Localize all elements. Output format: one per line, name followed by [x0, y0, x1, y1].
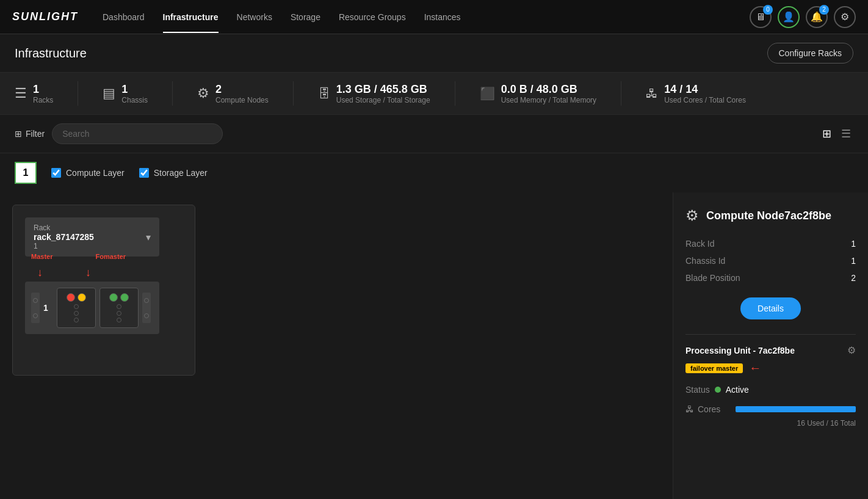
blade-section: Master Fomaster ↓ ↓ 1	[25, 266, 183, 334]
chassis-label: Chassis	[121, 96, 148, 104]
nav-actions: 🖥 0 👤 🔔 2 ⚙	[750, 6, 856, 28]
monitor-button[interactable]: 🖥 0	[750, 6, 772, 28]
compute-layer-checkbox-label[interactable]: Compute Layer	[51, 168, 125, 178]
compute-nodes-label: Compute Nodes	[215, 96, 269, 104]
storage-layer-label: Storage Layer	[154, 168, 208, 178]
cores-value: 14 / 14	[664, 83, 746, 96]
stat-divider-2	[172, 81, 173, 106]
failover-arrow-icon: ←	[749, 361, 761, 375]
rack-id-label: Rack Id	[685, 239, 769, 249]
rack-chevron-icon[interactable]: ▾	[146, 231, 151, 243]
processing-unit-title: Processing Unit - 7ac2f8be	[685, 346, 795, 355]
dot-3	[74, 318, 79, 322]
blade-dots-1	[74, 304, 79, 322]
rack-id-value: 1	[773, 239, 856, 249]
nav-instances[interactable]: Instances	[424, 1, 461, 33]
chassis-id-value: 1	[773, 256, 856, 266]
rack-number-badge: 1	[15, 162, 37, 184]
dot-row-6	[117, 318, 121, 322]
blade-labels: Master Fomaster	[31, 253, 126, 260]
indicator-red-1	[67, 293, 75, 302]
gear-icon: ⚙	[841, 11, 849, 23]
stat-racks: ☰ 1 Racks	[15, 83, 53, 104]
storage-icon: 🗄	[318, 87, 330, 101]
notifications-badge: 2	[819, 5, 829, 15]
status-value: Active	[726, 385, 749, 395]
indicator-green-1	[109, 293, 118, 302]
rack-id: rack_87147285	[34, 232, 94, 242]
layer-filter: 1 Compute Layer Storage Layer	[0, 153, 868, 192]
dot-5	[117, 311, 121, 316]
cores-row: 🖧 Cores	[685, 404, 856, 414]
compute-nodes-icon: ⚙	[197, 86, 209, 101]
configure-racks-button[interactable]: Configure Racks	[767, 43, 854, 64]
chassis-id-label: Chassis Id	[685, 256, 769, 266]
header-bar: Infrastructure Configure Racks	[0, 34, 868, 73]
divider-1	[685, 334, 856, 335]
edge-dot-3	[144, 298, 149, 303]
details-button[interactable]: Details	[740, 297, 801, 319]
rack-num: 1	[34, 242, 94, 250]
filter-icon: ⊞	[15, 129, 22, 139]
dot-row-1	[74, 304, 79, 309]
node-props: Rack Id 1 Chassis Id 1 Blade Position 2	[685, 239, 856, 283]
nav-storage[interactable]: Storage	[291, 1, 320, 33]
notifications-button[interactable]: 🔔 2	[806, 6, 828, 28]
rack-label: Rack	[34, 224, 94, 232]
stat-divider-5	[621, 81, 621, 106]
navbar: SUNLIGHT Dashboard Infrastructure Networ…	[0, 0, 868, 34]
status-row: Status Active	[685, 385, 856, 395]
racks-label: Racks	[33, 96, 53, 104]
indicator-green-2	[120, 293, 129, 302]
fomaster-label: Fomaster	[95, 253, 126, 260]
compute-nodes-value: 2	[215, 83, 269, 96]
brand-logo: SUNLIGHT	[12, 10, 78, 23]
compute-layer-label: Compute Layer	[66, 168, 125, 178]
blade-indicators-2	[109, 293, 129, 302]
list-view-button[interactable]: ☰	[839, 125, 853, 143]
blade-unit-fomaster[interactable]	[99, 288, 139, 328]
master-label: Master	[31, 253, 52, 260]
blade-unit-master[interactable]	[57, 288, 96, 328]
node-header: ⚙ Compute Node7ac2f8be	[685, 207, 856, 224]
view-toggles: ⊞ ☰	[820, 125, 853, 143]
nav-networks[interactable]: Networks	[237, 1, 272, 33]
chassis-value: 1	[121, 83, 148, 96]
status-label: Status	[685, 385, 710, 395]
grid-view-button[interactable]: ⊞	[820, 125, 834, 143]
memory-icon: ⬛	[480, 86, 495, 101]
settings-button[interactable]: ⚙	[834, 6, 856, 28]
stats-bar: ☰ 1 Racks ▤ 1 Chassis ⚙ 2 Compute Nodes …	[0, 73, 868, 115]
rack-container: Rack rack_87147285 1 ▾ Master Fomaster ↓…	[12, 205, 195, 376]
cores-label: Cores	[698, 404, 720, 414]
dot-1	[74, 304, 79, 309]
filter-button[interactable]: ⊞ Filter	[15, 129, 45, 139]
cores-label: Used Cores / Total Cores	[664, 96, 746, 104]
user-button[interactable]: 👤	[778, 6, 800, 28]
page-title: Infrastructure	[15, 46, 87, 60]
dot-row-5	[117, 311, 121, 316]
racks-icon: ☰	[15, 86, 27, 101]
processing-unit-gear-icon[interactable]: ⚙	[847, 344, 856, 356]
right-panel: ⚙ Compute Node7ac2f8be Rack Id 1 Chassis…	[673, 192, 868, 499]
stat-divider-3	[293, 81, 294, 106]
nav-links: Dashboard Infrastructure Networks Storag…	[103, 1, 750, 33]
filter-bar: ⊞ Filter ⊞ ☰	[0, 115, 868, 153]
cores-detail: 16 Used / 16 Total	[685, 419, 856, 428]
search-input[interactable]	[52, 123, 223, 144]
racks-value: 1	[33, 83, 53, 96]
stat-memory: ⬛ 0.0 B / 48.0 GB Used Memory / Total Me…	[480, 83, 597, 104]
memory-label: Used Memory / Total Memory	[501, 96, 597, 104]
stat-compute-nodes: ⚙ 2 Compute Nodes	[197, 83, 269, 104]
main-content: Rack rack_87147285 1 ▾ Master Fomaster ↓…	[0, 192, 868, 499]
compute-layer-checkbox[interactable]	[51, 168, 61, 178]
stat-divider-4	[455, 81, 455, 106]
monitor-badge: 0	[763, 5, 773, 15]
nav-infrastructure[interactable]: Infrastructure	[163, 1, 219, 33]
storage-layer-checkbox-label[interactable]: Storage Layer	[139, 168, 208, 178]
storage-layer-checkbox[interactable]	[139, 168, 149, 178]
blade-indicators-1	[67, 293, 86, 302]
cores-icon: 🖧	[646, 87, 658, 101]
nav-resource-groups[interactable]: Resource Groups	[339, 1, 406, 33]
nav-dashboard[interactable]: Dashboard	[103, 1, 145, 33]
